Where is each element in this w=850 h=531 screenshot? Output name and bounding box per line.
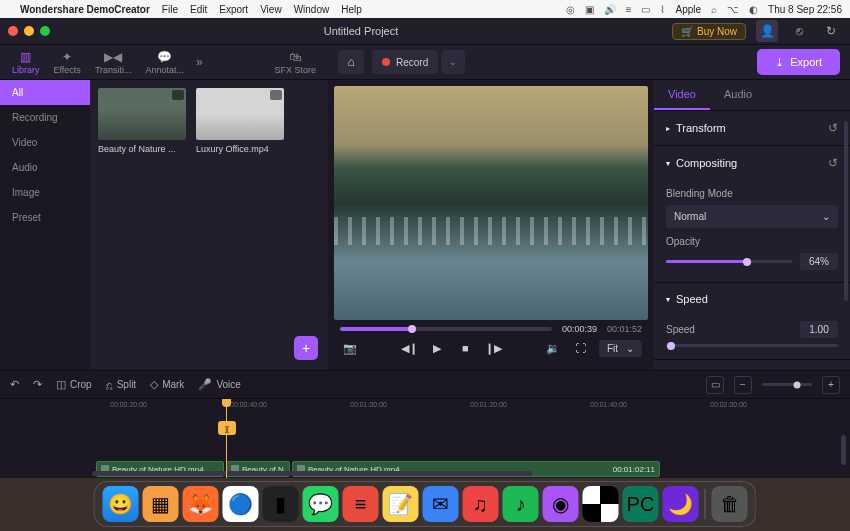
reset-transform-icon[interactable]: ↺ <box>828 121 838 135</box>
nav-tab-effects[interactable]: ✦ Effects <box>48 47 87 78</box>
export-button[interactable]: ⤓ Export <box>757 49 840 75</box>
menubar-view[interactable]: View <box>260 4 282 15</box>
record-button[interactable]: Record <box>372 50 438 74</box>
scrubber-thumb[interactable] <box>408 325 416 333</box>
menubar-file[interactable]: File <box>162 4 178 15</box>
zoom-out-button[interactable]: − <box>734 376 752 394</box>
volume-icon[interactable]: 🔊 <box>604 4 616 15</box>
playhead-handle[interactable]: ][ <box>218 421 236 435</box>
props-header-speed[interactable]: ▾ Speed <box>654 283 850 315</box>
next-frame-button[interactable]: ❙▶ <box>483 338 503 358</box>
voice-tool[interactable]: 🎤Voice <box>198 378 240 391</box>
zoom-slider-thumb[interactable] <box>794 381 801 388</box>
timeline-frame-button[interactable]: ▭ <box>706 376 724 394</box>
snapshot-button[interactable]: 📷 <box>340 338 360 358</box>
record-dropdown[interactable]: ⌄ <box>441 50 465 74</box>
history-icon[interactable]: ↻ <box>820 20 842 42</box>
timeline-vertical-scrollbar[interactable] <box>841 435 846 465</box>
user-avatar[interactable]: 👤 <box>756 20 778 42</box>
close-window-button[interactable] <box>8 26 18 36</box>
redo-button[interactable]: ↷ <box>33 378 42 391</box>
search-icon[interactable]: ⌕ <box>711 4 717 15</box>
prev-frame-button[interactable]: ◀❙ <box>399 338 419 358</box>
dock-todoist[interactable]: ≡ <box>343 486 379 522</box>
slider-thumb[interactable] <box>743 258 751 266</box>
add-media-button[interactable]: + <box>294 336 318 360</box>
nav-tab-transitions[interactable]: ▶◀ Transiti... <box>89 47 138 78</box>
playhead[interactable] <box>226 399 227 478</box>
siri-icon[interactable]: ◐ <box>749 4 758 15</box>
fullscreen-button[interactable]: ⛶ <box>571 338 591 358</box>
menubar-help[interactable]: Help <box>341 4 362 15</box>
menubar-datetime[interactable]: Thu 8 Sep 22:56 <box>768 4 842 15</box>
dock-spotify[interactable]: ♪ <box>503 486 539 522</box>
mark-tool[interactable]: ◇Mark <box>150 378 184 391</box>
status-icon-1[interactable]: ◎ <box>566 4 575 15</box>
lib-cat-recording[interactable]: Recording <box>0 105 90 130</box>
dock-app-1[interactable]: 🔵 <box>223 486 259 522</box>
props-header-transform[interactable]: ▸ Transform ↺ <box>654 111 850 145</box>
menubar-export[interactable]: Export <box>219 4 248 15</box>
blending-mode-select[interactable]: Normal ⌄ <box>666 205 838 228</box>
timeline-zoom-slider[interactable] <box>762 383 812 386</box>
dock-whatsapp[interactable]: 💬 <box>303 486 339 522</box>
minimize-window-button[interactable] <box>24 26 34 36</box>
lib-cat-image[interactable]: Image <box>0 180 90 205</box>
split-tool[interactable]: ⎌Split <box>106 379 136 391</box>
lib-cat-audio[interactable]: Audio <box>0 155 90 180</box>
timeline-horizontal-scrollbar[interactable] <box>92 471 532 476</box>
library-item[interactable]: Luxury Office.mp4 <box>196 88 284 154</box>
opacity-value[interactable]: 64% <box>800 253 838 270</box>
home-button[interactable]: ⌂ <box>338 50 364 74</box>
reset-compositing-icon[interactable]: ↺ <box>828 156 838 170</box>
preview-viewport[interactable] <box>334 86 648 320</box>
dock-notes[interactable]: 📝 <box>383 486 419 522</box>
wifi-icon[interactable]: ⌇ <box>660 4 665 15</box>
menubar-window[interactable]: Window <box>294 4 330 15</box>
dock-finder[interactable]: 😀 <box>103 486 139 522</box>
lib-cat-preset[interactable]: Preset <box>0 205 90 230</box>
nav-tab-sfx[interactable]: 🛍 SFX Store <box>268 47 322 78</box>
nav-tabs-more-icon[interactable]: » <box>192 55 207 69</box>
speed-slider[interactable] <box>666 344 838 347</box>
status-icon-2[interactable]: ▣ <box>585 4 594 15</box>
undo-button[interactable]: ↶ <box>10 378 19 391</box>
play-button[interactable]: ▶ <box>427 338 447 358</box>
speed-value[interactable]: 1.00 <box>800 321 838 338</box>
slider-thumb[interactable] <box>667 342 675 350</box>
props-header-compositing[interactable]: ▾ Compositing ↺ <box>654 146 850 180</box>
opacity-slider[interactable] <box>666 260 792 263</box>
playback-scrubber[interactable] <box>340 327 552 331</box>
nav-tab-library[interactable]: ▥ Library <box>6 47 46 78</box>
zoom-in-button[interactable]: + <box>822 376 840 394</box>
timeline-body[interactable]: 00:00:20:00 00:00:40:00 00:01:00:00 00:0… <box>0 399 850 478</box>
crop-tool[interactable]: ◫Crop <box>56 378 92 391</box>
dock-terminal[interactable]: ▮ <box>263 486 299 522</box>
control-center-icon[interactable]: ⌥ <box>727 4 739 15</box>
menubar-edit[interactable]: Edit <box>190 4 207 15</box>
library-item[interactable]: Beauty of Nature ... <box>98 88 186 154</box>
dock-app-2[interactable] <box>583 486 619 522</box>
dock-mail[interactable]: ✉ <box>423 486 459 522</box>
bluetooth-icon[interactable]: ≡ <box>626 4 632 15</box>
timeline-ruler[interactable]: 00:00:20:00 00:00:40:00 00:01:00:00 00:0… <box>0 399 850 413</box>
buy-now-button[interactable]: 🛒 Buy Now <box>672 23 746 40</box>
volume-button[interactable]: 🔉 <box>543 338 563 358</box>
dock-pycharm[interactable]: PC <box>623 486 659 522</box>
battery-icon[interactable]: ▭ <box>641 4 650 15</box>
dock-firefox[interactable]: 🦊 <box>183 486 219 522</box>
props-tab-audio[interactable]: Audio <box>710 80 766 110</box>
nav-tab-annotations[interactable]: 💬 Annotat... <box>140 47 191 78</box>
props-tab-video[interactable]: Video <box>654 80 710 110</box>
fit-select[interactable]: Fit ⌄ <box>599 340 642 357</box>
cloud-icon[interactable]: ⎋ <box>788 20 810 42</box>
dock-music[interactable]: ♫ <box>463 486 499 522</box>
menubar-apple-label[interactable]: Apple <box>675 4 701 15</box>
stop-button[interactable]: ■ <box>455 338 475 358</box>
menubar-app-name[interactable]: Wondershare DemoCreator <box>20 4 150 15</box>
maximize-window-button[interactable] <box>40 26 50 36</box>
dock-democreator[interactable]: 🌙 <box>663 486 699 522</box>
lib-cat-video[interactable]: Video <box>0 130 90 155</box>
dock-trash[interactable]: 🗑 <box>712 486 748 522</box>
dock-launchpad[interactable]: ▦ <box>143 486 179 522</box>
